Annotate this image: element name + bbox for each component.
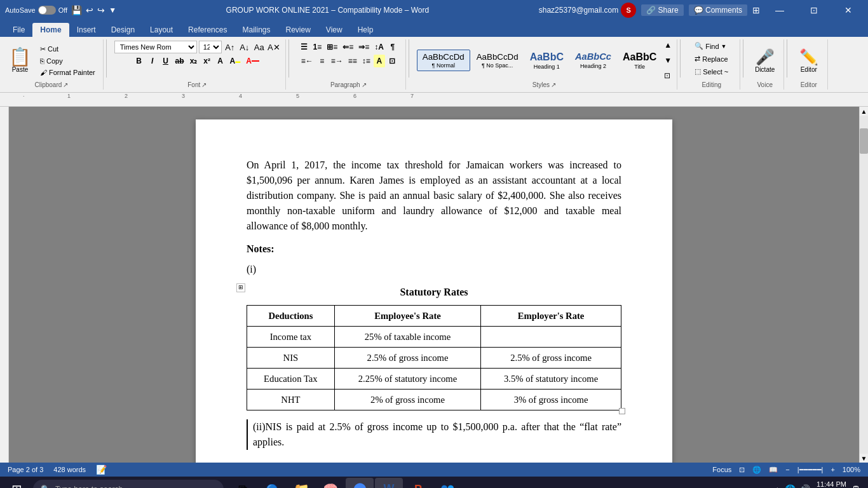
tab-review[interactable]: Review — [278, 23, 318, 37]
tab-mailings[interactable]: Mailings — [234, 23, 278, 37]
styles-expand[interactable]: ⊡ — [664, 71, 672, 80]
taskbar-search[interactable]: 🔍 Type here to search — [33, 480, 224, 488]
superscript-button[interactable]: x² — [201, 55, 213, 67]
layout-icon[interactable]: ⊞ — [752, 5, 760, 15]
editor-button[interactable]: ✏️ Editor — [796, 46, 822, 75]
scroll-down-arrow[interactable]: ▼ — [860, 454, 868, 463]
taskbar-cortana[interactable]: 🔵 — [258, 478, 286, 488]
highlight-color-button[interactable]: A▬ — [228, 55, 243, 67]
dictate-button[interactable]: 🎤 Dictate — [752, 46, 778, 75]
clock[interactable]: 11:44 PM 3/24/2021 — [815, 480, 846, 488]
style-normal[interactable]: AaBbCcDd ¶ Normal — [417, 50, 470, 71]
bold-button[interactable]: B — [133, 55, 145, 67]
style-heading-1[interactable]: AaBbC Heading 1 — [525, 49, 569, 71]
font-color-button[interactable]: A — [244, 55, 261, 67]
notification-icon[interactable]: 🗓 — [851, 484, 860, 488]
tab-insert[interactable]: Insert — [69, 23, 104, 37]
style-title[interactable]: AaBbC Title — [618, 49, 661, 71]
taskbar-brain[interactable]: 🧠 — [316, 478, 344, 488]
replace-button[interactable]: ⇄ Replace — [692, 53, 730, 64]
undo-icon[interactable]: ↩ — [86, 5, 93, 15]
maximize-button[interactable]: ⊡ — [799, 0, 829, 20]
tab-references[interactable]: References — [180, 23, 234, 37]
proofing-icon[interactable]: 📝 — [96, 464, 107, 475]
sort-button[interactable]: ↕A — [372, 41, 386, 53]
bullets-button[interactable]: ☰ — [299, 41, 310, 53]
tab-layout[interactable]: Layout — [142, 23, 180, 37]
close-button[interactable]: ✕ — [834, 0, 863, 20]
taskbar-explorer[interactable]: 📁 — [287, 478, 315, 488]
text-effects-button[interactable]: A — [215, 55, 226, 67]
print-layout-icon[interactable]: ⊡ — [739, 466, 745, 474]
styles-scroll-down[interactable]: ▼ — [664, 56, 672, 65]
scroll-track[interactable] — [860, 116, 868, 454]
focus-button[interactable]: Focus — [712, 466, 731, 473]
paste-button[interactable]: 📋 Paste — [5, 41, 35, 80]
table-resize-handle[interactable] — [619, 408, 625, 414]
share-button[interactable]: 🔗 Share — [641, 4, 683, 16]
align-right-button[interactable]: ≡→ — [329, 55, 345, 67]
volume-icon[interactable]: 🔊 — [799, 484, 810, 488]
strikethrough-button[interactable]: ab — [173, 55, 186, 67]
style-no-spacing[interactable]: AaBbCcDd ¶ No Spac... — [471, 50, 524, 71]
autosave-toggle[interactable]: AutoSave Off — [5, 6, 67, 15]
autosave-switch[interactable] — [38, 6, 56, 15]
tab-file[interactable]: File — [5, 23, 32, 37]
save-icon[interactable]: 💾 — [71, 5, 82, 15]
find-button[interactable]: 🔍 Find ▼ — [692, 41, 729, 51]
copy-button[interactable]: ⎘ Copy — [37, 56, 98, 66]
underline-button[interactable]: U — [160, 55, 172, 67]
tab-view[interactable]: View — [318, 23, 350, 37]
justify-button[interactable]: ≡≡ — [346, 55, 359, 67]
start-button[interactable]: ⊞ — [3, 478, 31, 488]
cut-button[interactable]: ✂ Cut — [37, 44, 98, 55]
show-marks-button[interactable]: ¶ — [387, 41, 398, 53]
taskbar-teams[interactable]: 👥 — [433, 478, 461, 488]
format-painter-button[interactable]: 🖌 Format Painter — [37, 67, 98, 78]
zoom-out-button[interactable]: − — [785, 466, 789, 473]
scroll-up-arrow[interactable]: ▲ — [860, 107, 868, 116]
subscript-button[interactable]: x₂ — [188, 55, 200, 67]
clear-format-button[interactable]: A✕ — [268, 41, 280, 53]
document-scroll[interactable]: On April 1, 2017, the income tax thresho… — [9, 107, 859, 463]
shading-button[interactable]: A — [374, 55, 385, 67]
decrease-font-button[interactable]: A↓ — [238, 41, 251, 53]
multilevel-button[interactable]: ⊞≡ — [325, 41, 339, 53]
line-spacing-button[interactable]: ↕≡ — [360, 55, 372, 67]
numbering-button[interactable]: 1≡ — [311, 41, 324, 53]
minimize-button[interactable]: — — [765, 0, 794, 20]
tab-home[interactable]: Home — [32, 23, 69, 37]
font-expand-icon[interactable]: ↗ — [201, 81, 207, 88]
borders-button[interactable]: ⊡ — [386, 55, 398, 67]
style-heading-2[interactable]: AaBbCc Heading 2 — [570, 50, 616, 71]
tray-expand-icon[interactable]: ▲ — [773, 485, 781, 488]
web-layout-icon[interactable]: 🌐 — [752, 466, 761, 474]
user-avatar[interactable]: S — [621, 3, 636, 18]
select-button[interactable]: ⬚ Select ~ — [692, 66, 731, 77]
increase-font-button[interactable]: A↑ — [224, 41, 236, 53]
table-handle[interactable]: ⊞ — [236, 283, 245, 292]
styles-expand-icon[interactable]: ↗ — [551, 81, 556, 88]
network-icon[interactable]: 🌐 — [785, 484, 796, 488]
zoom-in-button[interactable]: + — [831, 466, 834, 473]
taskbar-powerpoint[interactable]: P — [404, 478, 432, 488]
taskbar-chrome[interactable]: ⬤ — [346, 478, 374, 488]
align-center-button[interactable]: ≡ — [316, 55, 328, 67]
align-left-button[interactable]: ≡← — [299, 55, 315, 67]
scroll-thumb[interactable] — [860, 128, 868, 154]
zoom-slider[interactable]: |━━━━━| — [797, 466, 824, 474]
decrease-indent-button[interactable]: ⇐≡ — [341, 41, 355, 53]
clipboard-expand-icon[interactable]: ↗ — [63, 81, 68, 88]
redo-icon[interactable]: ↪ — [97, 5, 105, 15]
font-name-select[interactable]: Times New Rom — [114, 41, 197, 53]
font-size-select[interactable]: 12 — [199, 41, 222, 53]
customize-icon[interactable]: ▼ — [109, 6, 116, 15]
italic-button[interactable]: I — [147, 55, 158, 67]
increase-indent-button[interactable]: ⇒≡ — [356, 41, 371, 53]
taskbar-word[interactable]: W — [375, 478, 403, 488]
read-mode-icon[interactable]: 📖 — [769, 466, 778, 474]
tab-design[interactable]: Design — [104, 23, 142, 37]
styles-scroll-up[interactable]: ▲ — [664, 41, 672, 50]
vertical-scrollbar[interactable]: ▲ ▼ — [859, 107, 868, 463]
comments-button[interactable]: 💬 Comments — [689, 4, 747, 16]
